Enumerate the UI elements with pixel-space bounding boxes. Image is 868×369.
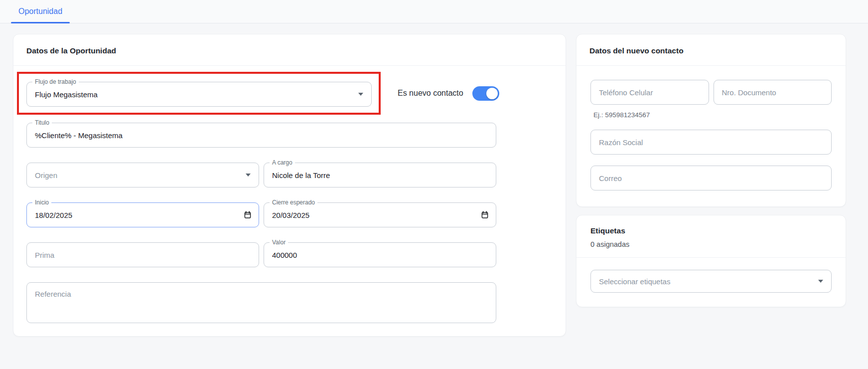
titulo-field[interactable]: Titulo <box>26 123 496 148</box>
origen-select[interactable]: Origen <box>26 163 259 187</box>
prima-field[interactable] <box>26 242 259 267</box>
right-column: Datos del nuevo contacto Ej.: 5959812345… <box>576 34 846 307</box>
new-contact-toggle[interactable] <box>472 86 499 101</box>
titulo-label: Titulo <box>32 119 52 127</box>
dates-row: Inicio Cierre esperado <box>26 202 496 227</box>
correo-field[interactable] <box>590 166 832 190</box>
prima-valor-row: Valor <box>26 242 496 267</box>
inicio-label: Inicio <box>32 199 51 206</box>
titulo-input[interactable] <box>27 131 496 140</box>
new-contact-card-body: Ej.: 595981234567 <box>577 66 846 206</box>
cierre-esperado-label: Cierre esperado <box>270 199 317 206</box>
referencia-field[interactable] <box>26 282 496 323</box>
toggle-thumb <box>486 88 498 99</box>
workflow-value: Flujo Megasistema <box>35 90 98 99</box>
chevron-down-icon <box>358 93 363 96</box>
a-cargo-input[interactable] <box>264 171 496 180</box>
a-cargo-field[interactable]: A cargo <box>264 163 496 187</box>
razon-social-input[interactable] <box>591 138 831 147</box>
opportunity-card: Datos de la Oportunidad Flujo de trabajo… <box>13 34 566 337</box>
workflow-row: Flujo de trabajo Flujo Megasistema Es nu… <box>26 72 553 115</box>
a-cargo-label: A cargo <box>270 159 295 167</box>
razon-social-field[interactable] <box>590 130 832 155</box>
tags-card-body: Seleccionar etiquetas <box>577 258 846 307</box>
documento-input[interactable] <box>714 88 832 97</box>
telefono-input[interactable] <box>591 88 709 97</box>
tab-bar: Oportunidad <box>0 0 868 23</box>
documento-field[interactable] <box>714 80 832 105</box>
valor-field[interactable]: Valor <box>264 242 496 267</box>
new-contact-card: Datos del nuevo contacto Ej.: 5959812345… <box>576 34 846 207</box>
tab-oportunidad[interactable]: Oportunidad <box>11 0 70 23</box>
new-contact-card-title: Datos del nuevo contacto <box>577 34 846 66</box>
referencia-textarea[interactable] <box>27 283 496 308</box>
valor-label: Valor <box>270 239 288 246</box>
tags-card-header: Etiquetas 0 asignadas <box>577 215 846 258</box>
tags-card: Etiquetas 0 asignadas Seleccionar etique… <box>576 215 846 307</box>
chevron-down-icon <box>818 280 823 283</box>
inicio-date-input[interactable] <box>27 211 244 219</box>
correo-input[interactable] <box>591 174 831 183</box>
telefono-field[interactable] <box>590 80 709 105</box>
cierre-esperado-date-input[interactable] <box>264 211 481 219</box>
tags-select-placeholder: Seleccionar etiquetas <box>599 277 670 286</box>
valor-input[interactable] <box>264 251 496 259</box>
annotation-highlight-box: Flujo de trabajo Flujo Megasistema <box>17 72 381 115</box>
origen-acargo-row: Origen A cargo <box>26 163 496 187</box>
workflow-select[interactable]: Flujo de trabajo Flujo Megasistema <box>26 82 372 107</box>
tags-card-title: Etiquetas <box>590 226 832 235</box>
opportunity-card-body: Flujo de trabajo Flujo Megasistema Es nu… <box>13 66 566 336</box>
opportunity-card-title: Datos de la Oportunidad <box>13 34 566 66</box>
telefono-hint: Ej.: 595981234567 <box>593 111 832 119</box>
chevron-down-icon <box>246 174 251 177</box>
tags-select[interactable]: Seleccionar etiquetas <box>590 270 832 293</box>
inicio-field[interactable]: Inicio <box>26 202 259 227</box>
prima-input[interactable] <box>27 251 259 259</box>
tags-assigned-count: 0 asignadas <box>590 240 832 248</box>
cierre-esperado-field[interactable]: Cierre esperado <box>264 202 496 227</box>
calendar-icon[interactable] <box>481 211 489 219</box>
new-contact-toggle-label: Es nuevo contacto <box>398 89 463 98</box>
new-contact-toggle-group: Es nuevo contacto <box>398 86 499 101</box>
calendar-icon[interactable] <box>244 211 252 219</box>
origen-placeholder: Origen <box>35 171 57 180</box>
workflow-label: Flujo de trabajo <box>32 78 79 86</box>
phone-document-row <box>590 80 832 105</box>
main-content: Datos de la Oportunidad Flujo de trabajo… <box>0 23 868 337</box>
